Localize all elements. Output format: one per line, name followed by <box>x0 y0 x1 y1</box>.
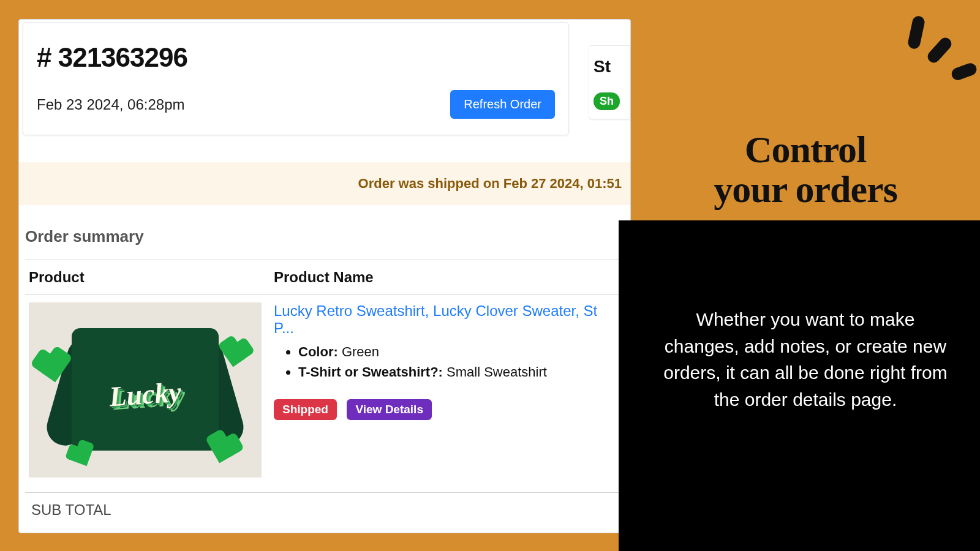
app-window: # 321363296 Feb 23 2024, 06:28pm Refresh… <box>18 19 631 533</box>
status-card: St Sh <box>589 45 630 119</box>
subtotal-label: SUB TOTAL <box>25 493 624 519</box>
shipped-pill: Shipped <box>274 399 337 420</box>
col-product: Product <box>25 260 270 295</box>
refresh-order-button[interactable]: Refresh Order <box>450 90 555 119</box>
status-title: St <box>594 57 630 77</box>
marketing-panel: Control your orders Whether you want to … <box>631 0 980 551</box>
product-image-text: Lucky <box>108 375 183 413</box>
order-number: # 321363296 <box>37 42 555 73</box>
order-summary: Order summary Product Product Name Lucky <box>19 205 630 519</box>
shipped-banner: Order was shipped on Feb 27 2024, 01:51 <box>19 162 630 205</box>
product-option-type: T-Shirt or Sweatshirt?: Small Sweatshirt <box>298 362 620 382</box>
order-summary-heading: Order summary <box>25 227 624 246</box>
status-badge: Sh <box>594 92 620 110</box>
marketing-headline: Control your orders <box>631 130 980 209</box>
product-image: Lucky <box>29 302 262 478</box>
view-details-button[interactable]: View Details <box>347 399 432 420</box>
order-date: Feb 23 2024, 06:28pm <box>37 96 185 113</box>
order-header-card: # 321363296 Feb 23 2024, 06:28pm Refresh… <box>23 22 569 135</box>
col-product-name: Product Name <box>270 260 624 295</box>
marketing-subtext: Whether you want to make changes, add no… <box>631 306 980 413</box>
order-items-table: Product Product Name Lucky <box>25 260 624 493</box>
product-name-link[interactable]: Lucky Retro Sweatshirt, Lucky Clover Swe… <box>274 302 620 337</box>
table-row: Lucky Lucky Retro Sweatshirt, Lucky Clov… <box>25 295 624 493</box>
product-option-color: Color: Green <box>298 342 620 362</box>
